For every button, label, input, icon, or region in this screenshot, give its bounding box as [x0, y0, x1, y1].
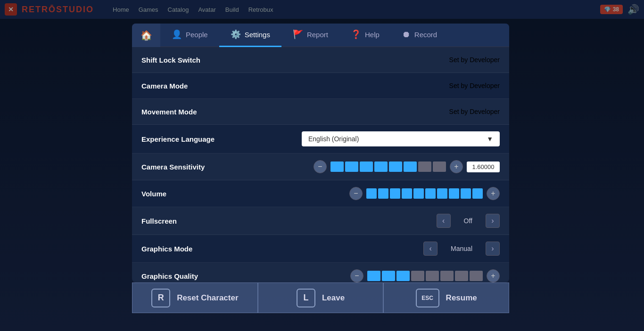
- gfx-seg-7: [455, 271, 468, 281]
- graphics-mode-label: Graphics Mode: [141, 245, 273, 253]
- vol-seg-4: [402, 188, 412, 199]
- vol-seg-3: [390, 188, 400, 199]
- experience-language-row: Experience Language English (Original) ▼: [132, 125, 509, 153]
- vol-seg-10: [472, 188, 483, 199]
- movement-mode-label: Movement Mode: [141, 108, 273, 116]
- gfx-increase-button[interactable]: +: [487, 269, 500, 283]
- gfx-seg-3: [396, 271, 410, 281]
- resume-button[interactable]: ESC Resume: [383, 283, 509, 313]
- slider-seg-1: [330, 161, 344, 172]
- fullscreen-row: Fullscreen ‹ Off ›: [132, 207, 509, 235]
- tab-settings[interactable]: ⚙️ Settings: [219, 24, 281, 47]
- slider-seg-7: [418, 161, 431, 172]
- slider-seg-4: [374, 161, 388, 172]
- camera-mode-dev-text: Set by Developer: [449, 82, 500, 89]
- report-icon: 🚩: [293, 29, 303, 40]
- vol-seg-9: [461, 188, 471, 199]
- reset-key-indicator: R: [151, 289, 170, 307]
- gfx-slider-track[interactable]: [367, 271, 483, 281]
- graphics-quality-row: Graphics Quality − +: [132, 263, 509, 283]
- gfx-seg-4: [411, 271, 424, 281]
- settings-scroll-area: Shift Lock Switch Set by Developer Camer…: [132, 47, 509, 283]
- language-dropdown-value: English (Original): [308, 135, 359, 143]
- leave-key-indicator: L: [297, 289, 315, 307]
- resume-key-indicator: ESC: [416, 289, 439, 307]
- sensitivity-decrease-button[interactable]: −: [314, 160, 327, 173]
- camera-mode-label: Camera Mode: [141, 82, 273, 90]
- settings-icon: ⚙️: [231, 29, 241, 40]
- tab-settings-label: Settings: [245, 31, 270, 39]
- tab-home[interactable]: 🏠: [132, 24, 160, 47]
- slider-seg-6: [404, 161, 417, 172]
- shift-lock-label: Shift Lock Switch: [141, 56, 273, 64]
- experience-language-value: English (Original) ▼: [273, 131, 500, 146]
- camera-sensitivity-label: Camera Sensitivity: [141, 163, 273, 171]
- camera-sensitivity-slider: − + 1.60000: [314, 160, 500, 173]
- movement-mode-dev-text: Set by Developer: [449, 108, 500, 115]
- movement-mode-row: Movement Mode Set by Developer: [132, 99, 509, 125]
- graphics-mode-next-button[interactable]: ›: [486, 242, 500, 256]
- vol-seg-6: [425, 188, 436, 199]
- graphics-mode-value: Manual: [441, 245, 482, 252]
- tab-report[interactable]: 🚩 Report: [281, 24, 339, 47]
- vol-seg-2: [378, 188, 388, 199]
- camera-sensitivity-row: Camera Sensitivity − + 1.600: [132, 153, 509, 180]
- sensitivity-increase-button[interactable]: +: [450, 160, 463, 173]
- people-icon: 👤: [172, 29, 182, 40]
- camera-mode-row: Camera Mode Set by Developer: [132, 73, 509, 99]
- volume-decrease-button[interactable]: −: [349, 187, 363, 200]
- fullscreen-value: Off: [454, 217, 482, 225]
- volume-slider-track[interactable]: [366, 188, 483, 199]
- modal-tabs: 🏠 👤 People ⚙️ Settings 🚩 Report ❓ Help ⏺…: [132, 24, 509, 47]
- bottom-action-buttons: R Reset Character L Leave ESC Resume: [132, 283, 509, 313]
- leave-button[interactable]: L Leave: [258, 283, 384, 313]
- slider-seg-5: [389, 161, 402, 172]
- leave-label: Leave: [322, 293, 345, 303]
- gfx-seg-6: [440, 271, 454, 281]
- tab-people[interactable]: 👤 People: [160, 24, 219, 47]
- graphics-quality-label: Graphics Quality: [141, 272, 273, 280]
- gfx-seg-2: [382, 271, 395, 281]
- reset-character-button[interactable]: R Reset Character: [132, 283, 258, 313]
- slider-seg-3: [360, 161, 373, 172]
- tab-record-label: Record: [414, 31, 437, 39]
- graphics-mode-row: Graphics Mode ‹ Manual ›: [132, 235, 509, 263]
- resume-label: Resume: [446, 293, 477, 303]
- vol-seg-7: [437, 188, 447, 199]
- graphics-mode-prev-button[interactable]: ‹: [423, 242, 438, 256]
- tab-people-label: People: [186, 31, 208, 39]
- volume-increase-button[interactable]: +: [487, 187, 500, 200]
- camera-mode-value: Set by Developer: [273, 82, 500, 89]
- settings-modal: 🏠 👤 People ⚙️ Settings 🚩 Report ❓ Help ⏺…: [132, 24, 509, 283]
- volume-control: − +: [273, 187, 500, 200]
- help-icon: ❓: [351, 29, 361, 40]
- fullscreen-prev-button[interactable]: ‹: [437, 214, 451, 228]
- volume-row: Volume − +: [132, 180, 509, 207]
- vol-seg-1: [366, 188, 377, 199]
- vol-seg-8: [449, 188, 459, 199]
- tab-help[interactable]: ❓ Help: [339, 24, 391, 47]
- chevron-down-icon: ▼: [487, 135, 493, 143]
- home-icon: 🏠: [140, 30, 152, 41]
- gfx-seg-8: [470, 271, 483, 281]
- tab-help-label: Help: [365, 31, 380, 39]
- tab-record[interactable]: ⏺ Record: [391, 24, 448, 47]
- experience-language-label: Experience Language: [141, 135, 273, 143]
- shift-lock-dev-text: Set by Developer: [449, 56, 500, 64]
- sensitivity-numeric-value: 1.60000: [467, 161, 500, 172]
- volume-label: Volume: [141, 190, 273, 198]
- gfx-seg-5: [426, 271, 439, 281]
- language-dropdown[interactable]: English (Original) ▼: [302, 131, 500, 146]
- camera-sensitivity-control: − + 1.60000: [273, 160, 500, 173]
- sensitivity-slider-track[interactable]: [330, 161, 446, 172]
- shift-lock-row: Shift Lock Switch Set by Developer: [132, 47, 509, 73]
- movement-mode-value: Set by Developer: [273, 108, 500, 115]
- fullscreen-next-button[interactable]: ›: [486, 214, 500, 228]
- graphics-quality-control: − +: [273, 269, 500, 283]
- slider-seg-2: [345, 161, 358, 172]
- vol-seg-5: [413, 188, 424, 199]
- volume-slider: − +: [349, 187, 500, 200]
- gfx-decrease-button[interactable]: −: [350, 269, 363, 283]
- reset-character-label: Reset Character: [177, 293, 238, 303]
- record-icon: ⏺: [402, 30, 411, 40]
